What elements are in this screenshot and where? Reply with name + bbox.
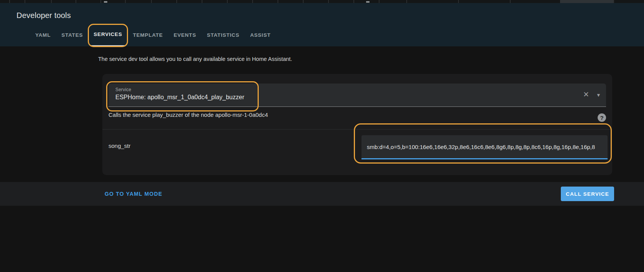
song-str-input[interactable]: smb:d=4,o=5,b=100:16e6,16e6,32p,8e6,16c6… [361,135,608,159]
help-icon[interactable]: ? [598,113,606,122]
service-select[interactable]: Service ESPHome: apollo_msr_1_0a0dc4_pla… [108,84,606,107]
tab-separator [278,0,278,3]
tab-assist[interactable]: ASSIST [247,23,274,46]
go-to-yaml-mode-button[interactable]: GO TO YAML MODE [105,182,163,206]
tab-separator [510,0,511,3]
tab-separator [353,0,354,3]
footer-action-bar: GO TO YAML MODE CALL SERVICE [0,182,644,206]
tab-separator [252,0,253,3]
tab-separator [227,0,228,3]
tab-bar: YAML STATES SERVICES TEMPLATE EVENTS STA… [32,23,274,46]
tab-separator [76,0,76,3]
service-card: Service ESPHome: apollo_msr_1_0a0dc4_pla… [102,74,612,175]
tab-separator [379,0,380,3]
chevron-down-icon[interactable]: ▾ [597,91,600,99]
tab-template[interactable]: TEMPLATE [130,23,166,46]
tab-states[interactable]: STATES [58,23,86,46]
service-description: Calls the service play_buzzer of the nod… [108,111,268,118]
tab-separator [303,0,304,3]
tab-separator [100,0,101,3]
browser-tab-strip [0,0,644,3]
service-select-label: Service [115,87,131,92]
page-title: Developer tools [16,11,71,20]
song-str-field: smb:d=4,o=5,b=100:16e6,16e6,32p,8e6,16c6… [361,135,608,159]
tab-yaml[interactable]: YAML [32,23,54,46]
tab-statistics[interactable]: STATISTICS [204,23,243,46]
tab-separator [406,0,407,3]
service-picker: Service ESPHome: apollo_msr_1_0a0dc4_pla… [108,84,606,107]
call-service-button[interactable]: CALL SERVICE [561,187,614,201]
tab-separator [458,0,459,3]
divider [102,129,612,129]
tab-separator [176,0,177,3]
browser-icon [366,1,370,3]
developer-tools-page: Developer tools YAML STATES SERVICES TEM… [0,0,644,272]
tab-separator [51,0,52,3]
service-select-value: ESPHome: apollo_msr_1_0a0dc4_play_buzzer [115,94,244,101]
browser-icon [104,1,107,3]
tab-separator [9,0,10,3]
tab-separator [25,0,25,3]
tab-separator [125,0,126,3]
song-str-input-value: smb:d=4,o=5,b=100:16e6,16e6,32p,8e6,16c6… [367,144,595,150]
tab-separator [613,0,614,3]
tab-services-label: SERVICES [94,31,122,37]
clear-icon[interactable]: ✕ [583,90,589,100]
tab-separator [151,0,152,3]
tab-separator [202,0,202,3]
tab-events[interactable]: EVENTS [171,23,199,46]
tab-services[interactable]: SERVICES [90,23,125,46]
field-label-song-str: song_str [108,143,131,149]
intro-text: The service dev tool allows you to call … [98,56,292,62]
app-header: Developer tools YAML STATES SERVICES TEM… [0,3,644,46]
browser-active-tab [560,0,613,3]
tab-separator [328,0,329,3]
